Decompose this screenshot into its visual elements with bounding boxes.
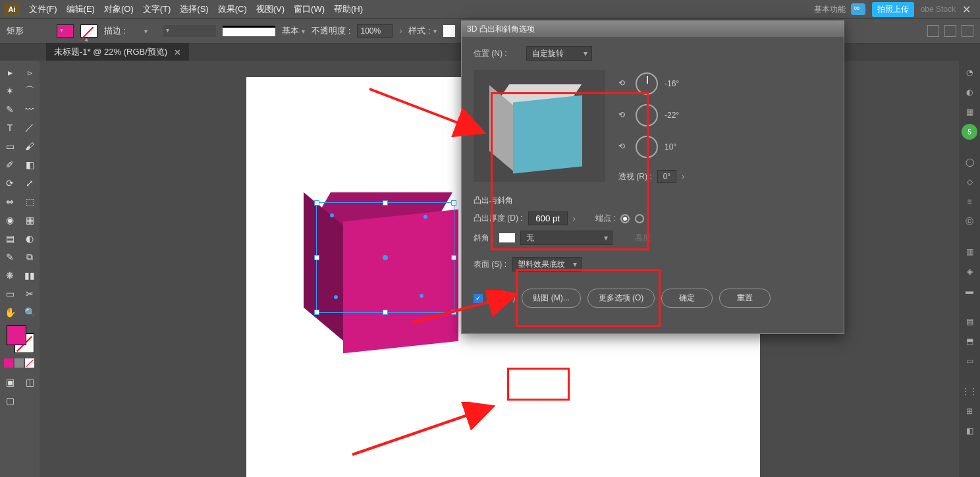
annotation-box-3 (507, 368, 570, 401)
shape-builder-tool-icon[interactable]: ◉ (0, 211, 20, 229)
position-dropdown[interactable]: 自定旋转 (526, 46, 592, 61)
curvature-tool-icon[interactable]: 〰 (20, 100, 40, 119)
stroke-panel-icon[interactable]: ≡ (962, 194, 977, 210)
lasso-tool-icon[interactable]: ⌒ (20, 82, 40, 100)
window-close-icon[interactable]: ✕ (957, 3, 976, 16)
line-tool-icon[interactable]: ／ (20, 119, 40, 137)
stroke-weight-dropdown[interactable] (132, 26, 157, 36)
fill-color-icon[interactable] (7, 325, 26, 345)
rectangle-tool-icon[interactable]: ▭ (0, 137, 20, 155)
eraser-tool-icon[interactable]: ◧ (20, 155, 40, 174)
stroke-profile-dropdown[interactable] (163, 25, 216, 37)
cloud-icon[interactable] (851, 3, 865, 15)
transparency-panel-icon[interactable]: ▥ (962, 244, 977, 260)
direct-selection-tool-icon[interactable]: ▹ (20, 63, 40, 82)
menu-object[interactable]: 对象(O) (100, 1, 138, 18)
screen-mode2-icon[interactable]: ▢ (0, 391, 20, 410)
preview-label: 预览 (P) (487, 293, 515, 304)
menu-effect[interactable]: 效果(C) (214, 1, 251, 18)
perspective-value[interactable]: 0° (657, 170, 676, 183)
preview-checkbox[interactable]: ✓ (474, 294, 483, 303)
fill-stroke-indicator[interactable] (0, 322, 40, 357)
rotate-y-value[interactable]: -22° (665, 111, 701, 120)
cc-panel-icon[interactable]: ⓒ (962, 213, 977, 229)
mini-swatch-2[interactable] (14, 358, 24, 368)
menu-file[interactable]: 文件(F) (25, 1, 61, 18)
magic-wand-tool-icon[interactable]: ✶ (0, 82, 20, 100)
style-label[interactable]: 样式 : (408, 25, 436, 37)
mini-swatch-1[interactable] (4, 358, 13, 368)
rotate-x-icon: ⟲ (618, 78, 629, 89)
workspace-label[interactable]: 基本功能 (814, 4, 846, 15)
blend-tool-icon[interactable]: ⧉ (20, 248, 40, 266)
menu-view[interactable]: 视图(V) (252, 1, 288, 18)
dialog-title[interactable]: 3D 凸出和斜角选项 (462, 21, 844, 37)
stroke-swatch[interactable] (80, 24, 97, 38)
gradient-tool-icon[interactable]: ◐ (20, 229, 40, 248)
symbols-panel-icon[interactable]: ◇ (962, 174, 977, 190)
graph-tool-icon[interactable]: ▮▮ (20, 266, 40, 285)
artboards-panel-icon[interactable]: ▭ (962, 353, 977, 369)
panel-extra-3-icon[interactable]: ◧ (962, 423, 977, 439)
opacity-label: 不透明度 : (312, 25, 350, 37)
brush-basic-label[interactable]: 基本 (282, 25, 305, 37)
appearance-panel-icon[interactable]: ◈ (962, 264, 977, 279)
stroke-style-preview (223, 26, 275, 36)
menu-bar: Ai 文件(F) 编辑(E) 对象(O) 文字(T) 选择(S) 效果(C) 视… (0, 0, 980, 18)
style-swatch[interactable] (443, 25, 455, 37)
menu-select[interactable]: 选择(S) (176, 1, 212, 18)
hand-tool-icon[interactable]: ✋ (0, 303, 20, 322)
draw-mode-icon[interactable]: ◫ (20, 373, 40, 391)
shaper-tool-icon[interactable]: ✐ (0, 155, 20, 174)
fill-swatch[interactable] (57, 24, 74, 38)
panel-extra-1-icon[interactable]: ⋮⋮ (962, 383, 977, 399)
mesh-tool-icon[interactable]: ▤ (0, 229, 20, 248)
selection-bounding-box[interactable] (316, 202, 454, 313)
eyedropper-tool-icon[interactable]: ✎ (0, 248, 20, 266)
panel-extra-2-icon[interactable]: ⊞ (962, 403, 977, 419)
artboard-tool-icon[interactable]: ▭ (0, 285, 20, 303)
menu-help[interactable]: 帮助(H) (330, 1, 367, 18)
pen-tool-icon[interactable]: ✎ (0, 100, 20, 119)
document-tab[interactable]: 未标题-1* @ 22% (RGB/预览) ✕ (46, 43, 189, 61)
opacity-input[interactable] (357, 24, 393, 38)
swatches-panel-icon[interactable]: ▦ (962, 104, 977, 120)
color-panel-icon[interactable]: ◐ (962, 84, 977, 100)
type-tool-icon[interactable]: T (0, 119, 20, 137)
menu-type[interactable]: 文字(T) (139, 1, 175, 18)
width-tool-icon[interactable]: ⇔ (0, 192, 20, 211)
document-title: 未标题-1* @ 22% (RGB/预览) (54, 46, 167, 58)
reset-button[interactable]: 重置 (719, 289, 771, 308)
rotate-x-value[interactable]: -16° (665, 79, 701, 88)
brushes-panel-icon[interactable]: ◯ (962, 154, 977, 170)
free-transform-tool-icon[interactable]: ⬚ (20, 192, 40, 211)
asset-panel-icon[interactable]: ⬒ (962, 333, 977, 349)
upload-button[interactable]: 拍照上传 (872, 2, 914, 17)
rotate-tool-icon[interactable]: ⟳ (0, 174, 20, 192)
perspective-tool-icon[interactable]: ▦ (20, 211, 40, 229)
menu-window[interactable]: 窗口(W) (290, 1, 329, 18)
slice-tool-icon[interactable]: ✂ (20, 285, 40, 303)
gradient-panel-icon[interactable]: ▬ (962, 283, 977, 299)
surface-label: 表面 (S) : (474, 259, 506, 270)
libraries-panel-icon[interactable]: 5 (962, 124, 977, 140)
ok-button[interactable]: 确定 (661, 289, 713, 308)
annotation-box-2 (516, 269, 661, 327)
rotate-x-dial[interactable] (636, 72, 658, 95)
symbol-sprayer-tool-icon[interactable]: ❋ (0, 266, 20, 285)
arrange-icon-3[interactable] (962, 25, 973, 37)
paintbrush-tool-icon[interactable]: 🖌 (20, 137, 40, 155)
selection-tool-icon[interactable]: ▸ (0, 63, 20, 82)
arrange-icon-2[interactable] (944, 25, 956, 37)
properties-panel-icon[interactable]: ◔ (962, 65, 977, 80)
tools-panel: ▸▹ ✶⌒ ✎〰 T／ ▭🖌 ✐◧ ⟳⤢ ⇔⬚ ◉▦ ▤◐ ✎⧉ ❋▮▮ ▭✂ … (0, 61, 40, 477)
tab-close-icon[interactable]: ✕ (174, 47, 181, 57)
menu-edit[interactable]: 编辑(E) (63, 1, 99, 18)
layers-panel-icon[interactable]: ▤ (962, 314, 977, 329)
arrange-icon-1[interactable] (927, 25, 939, 37)
mini-swatch-none[interactable] (25, 358, 34, 368)
zoom-tool-icon[interactable]: 🔍 (20, 303, 40, 322)
rotate-z-value[interactable]: 10° (665, 142, 701, 152)
scale-tool-icon[interactable]: ⤢ (20, 174, 40, 192)
screen-mode-icon[interactable]: ▣ (0, 373, 20, 391)
